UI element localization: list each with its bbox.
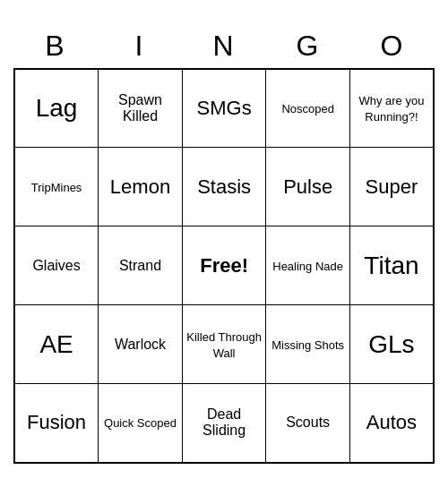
bingo-cell: Super — [349, 148, 434, 226]
bingo-cell: Autos — [349, 384, 434, 463]
bingo-cell: Missing Shots — [266, 305, 350, 384]
bingo-cell: Free! — [182, 226, 266, 305]
bingo-cell: Warlock — [99, 305, 183, 384]
cell-label: TripMines — [31, 181, 82, 194]
bingo-grid: LagSpawn KilledSMGsNoscopedWhy are you R… — [13, 68, 435, 464]
cell-label: GLs — [368, 330, 414, 358]
header-letter: O — [350, 24, 435, 68]
bingo-row: AEWarlockKilled Through WallMissing Shot… — [14, 305, 434, 384]
cell-label: Pulse — [283, 175, 332, 198]
bingo-cell: Why are you Running?! — [349, 69, 434, 148]
bingo-header: BINGO — [13, 24, 435, 68]
bingo-cell: Lag — [14, 69, 99, 148]
cell-label: Stasis — [197, 175, 251, 198]
bingo-row: LagSpawn KilledSMGsNoscopedWhy are you R… — [14, 69, 434, 148]
cell-label: Titan — [364, 252, 418, 279]
bingo-cell: Titan — [349, 226, 434, 305]
cell-label: Dead Sliding — [202, 406, 246, 438]
bingo-cell: Lemon — [99, 148, 183, 226]
cell-label: Killed Through Wall — [186, 330, 262, 360]
cell-label: Scouts — [286, 414, 330, 430]
bingo-cell: AE — [14, 305, 99, 384]
cell-label: Spawn Killed — [118, 92, 162, 124]
bingo-row: TripMinesLemonStasisPulseSuper — [14, 148, 434, 226]
cell-label: Free! — [200, 254, 248, 277]
bingo-cell: Scouts — [266, 384, 350, 463]
bingo-card-container: BINGO LagSpawn KilledSMGsNoscopedWhy are… — [13, 24, 435, 464]
bingo-cell: Dead Sliding — [182, 384, 266, 463]
bingo-cell: Healing Nade — [266, 226, 350, 305]
header-letter: G — [266, 24, 350, 68]
cell-label: Missing Shots — [271, 338, 344, 352]
bingo-cell: Fusion — [14, 384, 99, 463]
bingo-cell: Noscoped — [266, 69, 350, 148]
header-letter: N — [182, 24, 266, 68]
cell-label: Noscoped — [281, 102, 334, 115]
cell-label: Autos — [366, 411, 417, 433]
cell-label: Healing Nade — [272, 260, 343, 273]
header-letter: I — [98, 24, 182, 68]
bingo-cell: Pulse — [266, 148, 350, 226]
cell-label: Warlock — [115, 337, 166, 352]
bingo-cell: Strand — [99, 226, 183, 305]
header-letter: B — [13, 24, 98, 68]
bingo-cell: GLs — [349, 305, 434, 384]
cell-label: Why are you Running?! — [358, 94, 424, 124]
cell-label: Lemon — [110, 175, 170, 198]
bingo-row: FusionQuick ScopedDead SlidingScoutsAuto… — [14, 384, 434, 463]
bingo-cell: Spawn Killed — [99, 69, 183, 148]
cell-label: Lag — [36, 94, 78, 122]
cell-label: AE — [39, 330, 73, 358]
cell-label: Quick Scoped — [104, 416, 177, 430]
bingo-row: GlaivesStrandFree!Healing NadeTitan — [14, 226, 434, 305]
bingo-cell: Stasis — [182, 148, 266, 226]
cell-label: Fusion — [27, 411, 86, 433]
bingo-cell: SMGs — [182, 69, 266, 148]
bingo-cell: Killed Through Wall — [182, 305, 266, 384]
bingo-cell: Glaives — [14, 226, 99, 305]
cell-label: Super — [366, 175, 418, 198]
bingo-cell: Quick Scoped — [99, 384, 183, 463]
cell-label: Strand — [119, 258, 161, 273]
bingo-cell: TripMines — [14, 148, 99, 226]
cell-label: Glaives — [32, 258, 80, 273]
cell-label: SMGs — [197, 97, 252, 119]
